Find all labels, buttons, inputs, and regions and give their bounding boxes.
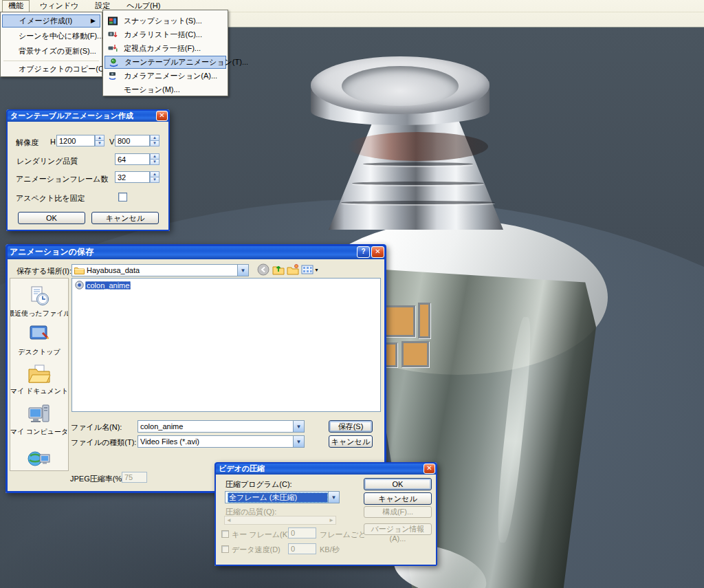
quality-slider[interactable]: ◄ ►: [224, 516, 336, 525]
v-label: V: [109, 138, 114, 146]
menu-kinou[interactable]: 機能: [2, 0, 30, 12]
frames-spinner[interactable]: ▲▼: [150, 171, 160, 183]
about-button[interactable]: バージョン情報(A)...: [364, 523, 432, 535]
location-value: Hayabusa_data: [87, 266, 237, 274]
dialog-title: ビデオの圧縮: [219, 464, 422, 474]
jpeg-compression-input[interactable]: [122, 472, 147, 483]
v-spinner[interactable]: ▲▼: [150, 135, 160, 146]
menu-item-image-create[interactable]: イメージ作成(I) ▶: [2, 14, 100, 28]
help-icon[interactable]: ?: [357, 246, 370, 258]
submenu-item-camera-animation[interactable]: カメラアニメーション(A)...: [104, 69, 226, 83]
configure-button[interactable]: 構成(F)...: [364, 506, 432, 518]
menu-item-copy-object[interactable]: オブジェクトのコピー(C): [2, 63, 100, 76]
keyframe-unit-label: フレームごと: [320, 530, 366, 540]
turntable-dialog-titlebar[interactable]: ターンテーブルアニメーション作成 ✕: [6, 109, 170, 122]
cancel-button[interactable]: キャンセル: [91, 212, 159, 224]
save-dialog-titlebar[interactable]: アニメーションの保存 ? ✕: [6, 244, 386, 259]
submenu-item-label: スナップショット(S)...: [124, 17, 202, 25]
turntable-animation-icon: [109, 58, 118, 67]
submenu-item-label: カメラリスト一括(C)...: [124, 30, 202, 39]
snapshot-icon: [108, 17, 118, 25]
menu-item-center-scene[interactable]: シーンを中心に移動(F)...: [2, 30, 100, 43]
h-spinner[interactable]: ▲▼: [95, 135, 104, 146]
chevron-down-icon[interactable]: ▼: [293, 421, 304, 432]
place-label: マイ ドキュメント: [10, 386, 69, 396]
capsule-cap-dish: [342, 66, 459, 106]
filetype-combo[interactable]: Video Files (*.avi) ▼: [138, 435, 305, 448]
view-menu-icon[interactable]: ▼: [301, 263, 319, 276]
frame-count-label: アニメーションフレーム数: [16, 174, 108, 184]
camera-animation-icon: [108, 72, 118, 80]
slider-right-arrow-icon: ►: [329, 517, 334, 523]
save-button[interactable]: 保存(S): [329, 420, 373, 433]
datarate-label: データ速度(D): [232, 545, 280, 555]
place-label: マイ コンピュータ: [10, 427, 68, 437]
quality-spinner[interactable]: ▲▼: [150, 153, 160, 165]
h-resolution-input[interactable]: [56, 135, 95, 146]
video-dialog-titlebar[interactable]: ビデオの圧縮 ✕: [214, 462, 437, 475]
neck-reflection: [347, 132, 488, 161]
keyframe-checkbox[interactable]: [221, 530, 229, 538]
file-item-colon-anime[interactable]: colon_anime: [75, 281, 131, 290]
neck-ring: [352, 182, 484, 185]
view-grid-icon: [301, 263, 314, 276]
submenu-item-turntable-animation[interactable]: ターンテーブルアニメーション(T)...: [104, 56, 226, 69]
keyframe-input[interactable]: [288, 527, 316, 538]
submenu-arrow-icon: ▶: [91, 15, 96, 27]
place-my-documents[interactable]: マイ ドキュメント: [10, 363, 68, 396]
chevron-down-icon: ▼: [314, 268, 319, 272]
save-location-combo[interactable]: Hayabusa_data ▼: [72, 264, 249, 276]
datarate-checkbox[interactable]: [221, 545, 229, 553]
aspect-lock-checkbox[interactable]: [118, 193, 127, 202]
video-compression-dialog: ビデオの圧縮 ✕ 圧縮プログラム(C): 全フレーム (未圧縮) ▼ OK キャ…: [214, 462, 437, 566]
submenu-item-fixed-viewpoint-camera[interactable]: 定視点カメラ一括(F)...: [104, 42, 226, 55]
chevron-down-icon[interactable]: ▼: [328, 492, 339, 503]
file-list[interactable]: colon_anime: [72, 278, 381, 412]
filename-combo[interactable]: colon_anime ▼: [138, 420, 305, 433]
back-icon[interactable]: [257, 263, 270, 276]
neck-ring: [341, 201, 495, 204]
my-documents-icon: [28, 363, 51, 385]
image-create-submenu: スナップショット(S)... カメラリスト一括(C)... 定視点カメラ一括(F…: [102, 10, 228, 96]
submenu-item-camera-list[interactable]: カメラリスト一括(C)...: [104, 28, 226, 41]
resolution-label: 解像度: [16, 138, 38, 148]
cancel-button[interactable]: キャンセル: [364, 492, 432, 505]
place-label: 最近使ったファイル: [10, 309, 69, 318]
place-my-network[interactable]: [10, 449, 68, 471]
submenu-item-motion[interactable]: モーション(M)...: [104, 83, 226, 96]
new-folder-icon[interactable]: [287, 263, 299, 276]
frame-count-input[interactable]: [115, 171, 150, 183]
submenu-item-label: 定視点カメラ一括(F)...: [124, 44, 201, 52]
program-value: 全フレーム (未圧縮): [228, 492, 328, 503]
my-computer-icon: [28, 404, 51, 426]
place-recent-files[interactable]: 最近使ったファイル: [10, 285, 68, 318]
submenu-item-snapshot[interactable]: スナップショット(S)...: [104, 14, 226, 28]
place-label: デスクトップ: [18, 347, 60, 357]
ok-button[interactable]: OK: [364, 478, 432, 490]
compression-program-combo[interactable]: 全フレーム (未圧縮) ▼: [225, 491, 340, 503]
slider-left-arrow-icon: ◄: [226, 517, 232, 523]
save-animation-dialog: アニメーションの保存 ? ✕ 保存する場所(I): Hayabusa_data …: [6, 244, 386, 493]
filename-label: ファイル名(N):: [71, 422, 122, 433]
menu-item-update-bg-size[interactable]: 背景サイズの更新(S)...: [2, 45, 100, 58]
menu-window[interactable]: ウィンドウ: [34, 0, 85, 12]
ok-button[interactable]: OK: [18, 212, 85, 224]
v-resolution-input[interactable]: [115, 135, 150, 146]
up-folder-icon[interactable]: [272, 263, 285, 276]
cancel-button[interactable]: キャンセル: [329, 435, 373, 448]
desktop-icon: [28, 324, 51, 346]
place-my-computer[interactable]: マイ コンピュータ: [10, 404, 68, 437]
close-icon[interactable]: ✕: [156, 111, 168, 121]
chevron-down-icon[interactable]: ▼: [237, 265, 248, 276]
places-sidebar: 最近使ったファイル デスクトップ マイ ドキュメント マイ コンピュータ: [10, 278, 69, 471]
jpeg-compression-label: JPEG圧縮率(%): [70, 474, 124, 484]
menu-item-label: イメージ作成(I): [19, 17, 72, 25]
place-desktop[interactable]: デスクトップ: [10, 324, 68, 357]
function-menu-popup: イメージ作成(I) ▶ シーンを中心に移動(F)... 背景サイズの更新(S).…: [0, 12, 102, 77]
close-icon[interactable]: ✕: [371, 246, 384, 258]
render-quality-input[interactable]: [115, 153, 150, 165]
chevron-down-icon[interactable]: ▼: [293, 436, 304, 447]
render-quality-label: レンダリング品質: [16, 156, 78, 166]
close-icon[interactable]: ✕: [424, 464, 435, 474]
datarate-input[interactable]: [288, 543, 316, 554]
